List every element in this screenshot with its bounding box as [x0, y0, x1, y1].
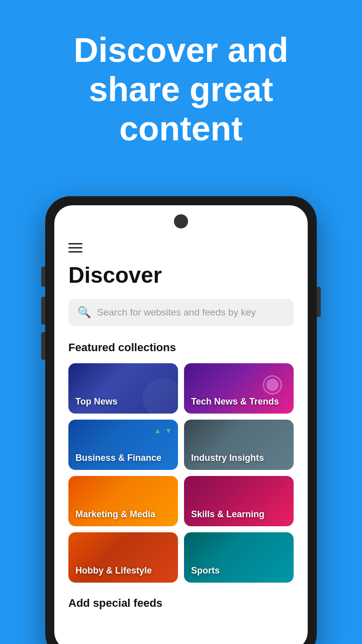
- mute-button: [41, 267, 45, 287]
- card-label-business: Business & Finance: [75, 453, 161, 464]
- collections-grid: Top News Tech News & Trends Business & F…: [68, 363, 294, 583]
- page-title: Discover: [68, 263, 294, 288]
- card-label-marketing: Marketing & Media: [75, 509, 155, 520]
- volume-up-button: [41, 297, 45, 325]
- search-bar[interactable]: 🔍 Search for websites and feeds by key: [68, 299, 294, 326]
- power-button: [317, 287, 321, 317]
- featured-collections-heading: Featured collections: [68, 341, 294, 354]
- collection-card-sports[interactable]: Sports: [184, 532, 294, 583]
- hamburger-line-3: [68, 251, 82, 253]
- collection-card-industry[interactable]: Industry Insights: [184, 420, 294, 470]
- hamburger-menu[interactable]: [68, 243, 294, 253]
- card-label-sports: Sports: [191, 566, 220, 577]
- hamburger-line-2: [68, 247, 82, 249]
- hero-text: Discover and share great content: [0, 30, 362, 148]
- card-label-hobby: Hobby & Lifestyle: [75, 566, 152, 577]
- collection-card-skills[interactable]: Skills & Learning: [184, 476, 294, 526]
- collection-card-tech-news[interactable]: Tech News & Trends: [184, 363, 294, 414]
- volume-down-button: [41, 332, 45, 360]
- screen-content: Discover 🔍 Search for websites and feeds…: [54, 205, 308, 644]
- camera-notch: [174, 214, 188, 228]
- collection-card-marketing[interactable]: Marketing & Media: [68, 476, 178, 526]
- phone-mockup: Discover 🔍 Search for websites and feeds…: [45, 196, 317, 644]
- card-label-industry: Industry Insights: [191, 453, 264, 464]
- add-special-feeds-heading: Add special feeds: [68, 597, 294, 610]
- hamburger-line-1: [68, 243, 82, 245]
- search-placeholder-text: Search for websites and feeds by key: [97, 307, 256, 318]
- search-icon: 🔍: [77, 306, 91, 319]
- collection-card-business[interactable]: Business & Finance: [68, 420, 178, 470]
- card-label-top-news: Top News: [75, 396, 118, 408]
- collection-card-hobby[interactable]: Hobby & Lifestyle: [68, 532, 178, 583]
- collection-card-top-news[interactable]: Top News: [68, 363, 178, 414]
- phone-screen: Discover 🔍 Search for websites and feeds…: [54, 205, 308, 644]
- card-label-skills: Skills & Learning: [191, 509, 264, 520]
- card-label-tech-news: Tech News & Trends: [191, 396, 279, 408]
